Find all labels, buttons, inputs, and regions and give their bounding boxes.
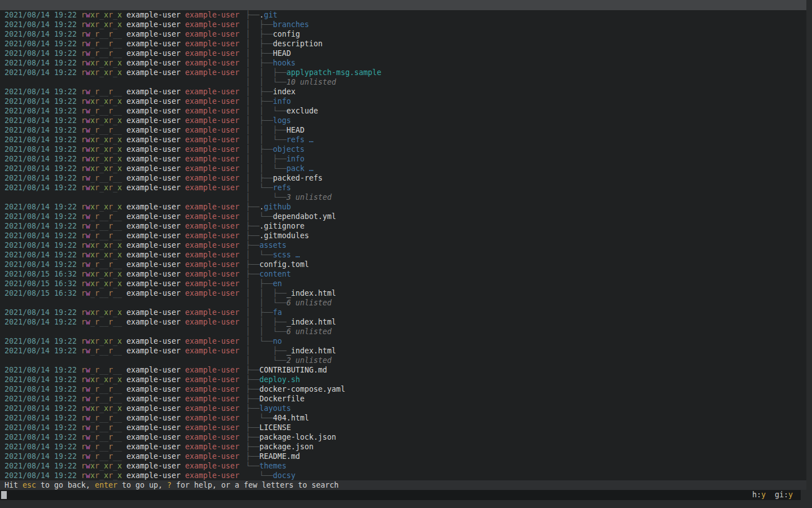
row-tree-entry[interactable]: │ │ ├──_index.html xyxy=(246,317,336,327)
table-row[interactable]: 2021/08/14 19:22 rwxr_xr_x example-user … xyxy=(0,144,806,154)
table-row[interactable]: 2021/08/14 19:22 rwxr_xr_x example-user … xyxy=(0,135,806,144)
table-row[interactable]: │ └──2 unlisted xyxy=(0,356,806,365)
row-tree-entry[interactable]: │ │ ├──HEAD xyxy=(246,125,304,135)
table-row[interactable]: 2021/08/14 19:22 rwxr_xr_x example-user … xyxy=(0,202,806,212)
row-tree-entry[interactable]: └──docsy xyxy=(246,471,295,480)
row-tree-entry[interactable]: ├──Dockerfile xyxy=(246,394,304,404)
table-row[interactable]: 2021/08/14 19:22 rwxr_xr_x example-user … xyxy=(0,58,806,68)
table-row[interactable]: 2021/08/14 19:22 rw_r__r__ example-user … xyxy=(0,452,806,461)
table-row[interactable]: 2021/08/14 19:22 rwxr_xr_x example-user … xyxy=(0,10,806,20)
table-row[interactable]: 2021/08/14 19:22 rwxr_xr_x example-user … xyxy=(0,336,806,346)
table-row[interactable]: 2021/08/14 19:22 rw_r__r__ example-user … xyxy=(0,49,806,58)
row-tree-entry[interactable]: ├──layouts xyxy=(246,404,291,413)
table-row[interactable]: 2021/08/14 19:22 rwxr_xr_x example-user … xyxy=(0,461,806,471)
row-tree-entry[interactable]: ├──package-lock.json xyxy=(246,432,336,442)
row-tree-entry[interactable]: │ ├──info xyxy=(246,97,291,106)
table-row[interactable]: 2021/08/14 19:22 rwxr_xr_x example-user … xyxy=(0,116,806,125)
row-tree-entry[interactable]: │ │ ├──info xyxy=(246,154,304,164)
table-row[interactable]: 2021/08/14 19:22 rw_r__r__ example-user … xyxy=(0,106,806,116)
table-row[interactable]: 2021/08/14 19:22 rwxr_xr_x example-user … xyxy=(0,154,806,164)
row-tree-entry[interactable]: │ └──no xyxy=(246,336,282,346)
row-tree-entry[interactable]: │ │ └──6 unlisted xyxy=(246,327,332,336)
row-tree-entry[interactable]: ├──content xyxy=(246,269,291,279)
table-row[interactable]: 2021/08/14 19:22 rwxr_xr_x example-user … xyxy=(0,404,806,413)
table-row[interactable]: 2021/08/14 19:22 rw_r__r__ example-user … xyxy=(0,173,806,183)
row-tree-entry[interactable]: ├──README.md xyxy=(246,452,300,461)
row-tree-entry[interactable]: ├──.gitmodules xyxy=(246,231,309,240)
row-tree-entry[interactable]: │ ├──en xyxy=(246,279,282,288)
row-tree-entry[interactable]: │ └──refs xyxy=(246,183,291,192)
row-tree-entry[interactable]: │ │ └──refs … xyxy=(246,135,314,144)
table-row[interactable]: 2021/08/14 19:22 rw_r__r__ example-user … xyxy=(0,125,806,135)
table-row[interactable]: 2021/08/14 19:22 rw_r__r__ example-user … xyxy=(0,423,806,432)
table-row[interactable]: │ │ └──6 unlisted xyxy=(0,298,806,308)
row-tree-entry[interactable]: │ ├──objects xyxy=(246,144,304,154)
table-row[interactable]: 2021/08/14 19:22 rwxr_xr_x example-user … xyxy=(0,250,806,260)
row-tree-entry[interactable]: ├──.github xyxy=(246,202,291,212)
row-tree-entry[interactable]: │ ├──HEAD xyxy=(246,49,291,58)
row-tree-entry[interactable]: ├──LICENSE xyxy=(246,423,291,432)
row-tree-entry[interactable]: ├──docker-compose.yaml xyxy=(246,384,345,394)
table-row[interactable]: 2021/08/14 19:22 rw_r__r__ example-user … xyxy=(0,365,806,375)
row-tree-entry[interactable]: │ │ └──10 unlisted xyxy=(246,77,336,87)
row-tree-entry[interactable]: ├──assets xyxy=(246,240,286,250)
row-tree-entry[interactable]: └──themes xyxy=(246,461,286,471)
row-tree-entry[interactable]: │ └──3 unlisted xyxy=(246,192,332,202)
row-tree-entry[interactable]: ├──deploy.sh xyxy=(246,375,300,384)
table-row[interactable]: │ └──3 unlisted xyxy=(0,192,806,202)
row-tree-entry[interactable]: │ └──scss … xyxy=(246,250,300,260)
search-input-bar[interactable]: h:y gi:y xyxy=(0,490,801,500)
row-tree-entry[interactable]: │ ├──config xyxy=(246,29,300,39)
row-tree-entry[interactable]: │ │ └──pack … xyxy=(246,164,314,173)
row-tree-entry[interactable]: │ ├──branches xyxy=(246,20,309,29)
table-row[interactable]: 2021/08/14 19:22 rw_r__r__ example-user … xyxy=(0,394,806,404)
row-tree-entry[interactable]: │ │ └──6 unlisted xyxy=(246,298,332,308)
row-tree-entry[interactable]: │ ├──fa xyxy=(246,308,282,317)
table-row[interactable]: 2021/08/14 19:22 rw_r__r__ example-user … xyxy=(0,432,806,442)
table-row[interactable]: 2021/08/14 19:22 rwxr_xr_x example-user … xyxy=(0,471,806,480)
table-row[interactable]: │ │ └──10 unlisted xyxy=(0,77,806,87)
table-row[interactable]: 2021/08/15 16:32 rwxr_xr_x example-user … xyxy=(0,279,806,288)
row-tree-entry[interactable]: ├──.gitignore xyxy=(246,221,304,231)
row-tree-entry[interactable]: ├──config.toml xyxy=(246,260,309,269)
table-row[interactable]: 2021/08/14 19:22 rw_r__r__ example-user … xyxy=(0,39,806,49)
row-tree-entry[interactable]: │ └──404.html xyxy=(246,413,309,423)
table-row[interactable]: 2021/08/14 19:22 rwxr_xr_x example-user … xyxy=(0,375,806,384)
row-tree-entry[interactable]: ├──package.json xyxy=(246,442,314,452)
table-row[interactable]: 2021/08/14 19:22 rwxr_xr_x example-user … xyxy=(0,183,806,192)
table-row[interactable]: 2021/08/14 19:22 rw_r__r__ example-user … xyxy=(0,231,806,240)
row-tree-entry[interactable]: │ ├──packed-refs xyxy=(246,173,323,183)
row-tree-entry[interactable]: │ ├──hooks xyxy=(246,58,295,68)
table-row[interactable]: 2021/08/14 19:22 rw_r__r__ example-user … xyxy=(0,87,806,97)
row-tree-entry[interactable]: ├──CONTRIBUTING.md xyxy=(246,365,327,375)
row-tree-entry[interactable]: │ └──dependabot.yml xyxy=(246,212,336,221)
row-tree-entry[interactable]: │ ├──logs xyxy=(246,116,291,125)
row-tree-entry[interactable]: │ ├──description xyxy=(246,39,323,49)
table-row[interactable]: 2021/08/15 16:32 rw_r__r__ example-user … xyxy=(0,288,806,298)
table-row[interactable]: 2021/08/14 19:22 rw_r__r__ example-user … xyxy=(0,212,806,221)
table-row[interactable]: 2021/08/15 16:32 rwxr_xr_x example-user … xyxy=(0,269,806,279)
table-row[interactable]: 2021/08/14 19:22 rw_r__r__ example-user … xyxy=(0,317,806,327)
row-tree-entry[interactable]: │ │ └──exclude xyxy=(246,106,318,116)
table-row[interactable]: 2021/08/14 19:22 rwxr_xr_x example-user … xyxy=(0,68,806,77)
row-tree-entry[interactable]: │ │ ├──applypatch-msg.sample xyxy=(246,68,381,77)
row-tree-entry[interactable]: │ └──2 unlisted xyxy=(246,356,332,365)
table-row[interactable]: 2021/08/14 19:22 rwxr_xr_x example-user … xyxy=(0,240,806,250)
row-tree-entry[interactable]: ├──.git xyxy=(246,10,277,20)
table-row[interactable]: 2021/08/14 19:22 rw_r__r__ example-user … xyxy=(0,413,806,423)
table-row[interactable]: 2021/08/14 19:22 rw_r__r__ example-user … xyxy=(0,346,806,356)
table-row[interactable]: 2021/08/14 19:22 rw_r__r__ example-user … xyxy=(0,384,806,394)
table-row[interactable]: 2021/08/14 19:22 rw_r__r__ example-user … xyxy=(0,442,806,452)
row-tree-entry[interactable]: │ │ ├──_index.html xyxy=(246,288,336,298)
table-row[interactable]: 2021/08/14 19:22 rw_r__r__ example-user … xyxy=(0,221,806,231)
table-row[interactable]: │ │ └──6 unlisted xyxy=(0,327,806,336)
table-row[interactable]: 2021/08/14 19:22 rwxr_xr_x example-user … xyxy=(0,20,806,29)
modified-datetime: 2021/08/14 19:22 xyxy=(5,174,81,182)
row-tree-entry[interactable]: │ ├──index xyxy=(246,87,295,97)
table-row[interactable]: 2021/08/14 19:22 rw_r__r__ example-user … xyxy=(0,29,806,39)
table-row[interactable]: 2021/08/14 19:22 rwxr_xr_x example-user … xyxy=(0,164,806,173)
table-row[interactable]: 2021/08/14 19:22 rwxr_xr_x example-user … xyxy=(0,308,806,317)
table-row[interactable]: 2021/08/14 19:22 rw_r__r__ example-user … xyxy=(0,260,806,269)
row-tree-entry[interactable]: │ ├──_index.html xyxy=(246,346,336,356)
table-row[interactable]: 2021/08/14 19:22 rwxr_xr_x example-user … xyxy=(0,97,806,106)
